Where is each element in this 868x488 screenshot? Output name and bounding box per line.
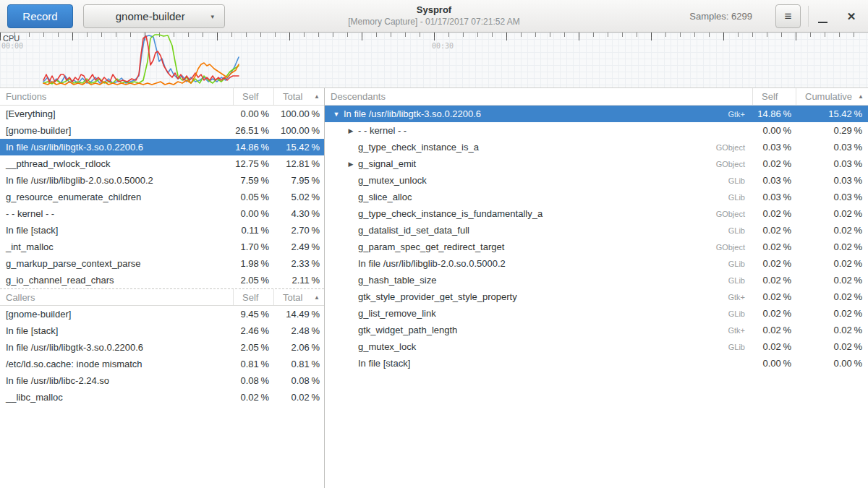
table-row[interactable]: __libc_malloc0.02 %0.02 % (0, 389, 324, 406)
menu-button[interactable]: ≡ (775, 4, 801, 28)
callers-table-body: [gnome-builder]9.45 %14.49 %In file [sta… (0, 306, 324, 406)
column-header-total-label: Total (283, 292, 302, 303)
table-row[interactable]: In file [stack]0.00 %0.00 % (325, 355, 868, 372)
descendant-name-cell: gtk_widget_path_lengthGtk+ (325, 325, 752, 335)
function-name: g_param_spec_get_redirect_target (358, 241, 504, 252)
total-value: 0.02 % (273, 392, 324, 403)
function-name: g_mutex_lock (358, 341, 416, 352)
function-name: In file /usr/lib/libglib-2.0.so.0.5000.2 (358, 258, 506, 269)
cumulative-value: 0.02 % (796, 258, 868, 269)
table-row[interactable]: g_list_remove_linkGLib0.02 %0.02 % (325, 305, 868, 322)
left-panel: Functions Self Total ▲ [Everything]0.00 … (0, 88, 325, 488)
headerbar-separator (808, 6, 809, 27)
function-name: _int_malloc (0, 241, 233, 252)
self-value: 0.02 % (752, 258, 796, 269)
table-row[interactable]: In file [stack]0.11 %2.70 % (0, 222, 324, 239)
table-row[interactable]: g_markup_parse_context_parse1.98 %2.33 % (0, 255, 324, 272)
self-value: 0.08 % (233, 375, 273, 386)
table-row[interactable]: In file /usr/lib/libglib-2.0.so.0.5000.2… (0, 172, 324, 189)
main-content: Functions Self Total ▲ [Everything]0.00 … (0, 88, 868, 488)
table-row[interactable]: - - kernel - -0.00 %4.30 % (0, 205, 324, 222)
table-row[interactable]: g_type_check_instance_is_aGObject0.03 %0… (325, 139, 868, 155)
table-row[interactable]: g_io_channel_read_chars2.05 %2.11 % (0, 272, 324, 288)
table-row[interactable]: In file /usr/lib/libglib-2.0.so.0.5000.2… (325, 255, 868, 272)
column-header-cumulative[interactable]: Cumulative ▲ (796, 88, 868, 105)
function-name: __libc_malloc (0, 392, 233, 403)
table-row[interactable]: _int_malloc1.70 %2.49 % (0, 239, 324, 255)
self-value: 0.02 % (752, 225, 796, 236)
cumulative-value: 0.02 % (796, 275, 868, 286)
table-row[interactable]: In file /usr/lib/libc-2.24.so0.08 %0.08 … (0, 372, 324, 389)
table-row[interactable]: g_slice_allocGLib0.03 %0.03 % (325, 189, 868, 205)
self-value: 0.81 % (233, 359, 273, 369)
self-value: 26.51 % (233, 125, 273, 136)
table-row[interactable]: g_type_check_instance_is_fundamentally_a… (325, 205, 868, 222)
cumulative-value: 0.02 % (796, 291, 868, 302)
minimize-button[interactable] (810, 0, 835, 33)
self-value: 0.02 % (752, 241, 796, 252)
self-value: 9.45 % (233, 309, 273, 320)
table-row[interactable]: ▶g_signal_emitGObject0.02 %0.03 % (325, 155, 868, 172)
total-value: 2.33 % (273, 258, 324, 269)
table-row[interactable]: /etc/ld.so.cache: inode mismatch0.81 %0.… (0, 356, 324, 372)
category-badge: GObject (716, 210, 752, 218)
cumulative-value: 0.03 % (796, 158, 868, 169)
column-header-total[interactable]: Total ▲ (273, 289, 324, 305)
function-name: - - kernel - - (0, 208, 233, 219)
table-row[interactable]: g_mutex_unlockGLib0.03 %0.03 % (325, 172, 868, 189)
descendants-table-header: Descendants Self Cumulative ▲ (325, 88, 868, 106)
column-header-self[interactable]: Self (233, 289, 273, 305)
triangle-down-icon[interactable]: ▼ (332, 111, 341, 118)
total-value: 12.81 % (273, 158, 324, 169)
column-header-functions[interactable]: Functions (0, 91, 233, 102)
column-header-callers[interactable]: Callers (0, 292, 233, 303)
total-value: 5.02 % (273, 192, 324, 202)
self-value: 7.59 % (233, 175, 273, 186)
table-row[interactable]: In file /usr/lib/libgtk-3.so.0.2200.62.0… (0, 339, 324, 356)
descendant-name-cell: In file [stack] (325, 358, 752, 369)
function-name: g_signal_emit (358, 158, 416, 169)
process-selector[interactable]: gnome-builder ▾ (83, 4, 225, 28)
cumulative-value: 0.02 % (796, 241, 868, 252)
table-row[interactable]: ▼In file /usr/lib/libgtk-3.so.0.2200.6Gt… (325, 106, 868, 122)
column-header-descendants[interactable]: Descendants (325, 91, 752, 102)
function-name: g_resource_enumerate_children (0, 192, 233, 202)
table-row[interactable]: g_mutex_lockGLib0.02 %0.02 % (325, 338, 868, 355)
table-row[interactable]: [Everything]0.00 %100.00 % (0, 106, 324, 122)
table-row[interactable]: In file [stack]2.46 %2.48 % (0, 322, 324, 339)
record-button[interactable]: Record (7, 4, 73, 28)
column-header-total[interactable]: Total ▲ (273, 88, 324, 105)
table-row[interactable]: g_hash_table_sizeGLib0.02 %0.02 % (325, 272, 868, 288)
total-value: 7.95 % (273, 175, 324, 186)
triangle-right-icon[interactable]: ▶ (346, 127, 355, 134)
table-row[interactable]: g_datalist_id_set_data_fullGLib0.02 %0.0… (325, 222, 868, 239)
table-row[interactable]: gtk_style_provider_get_style_propertyGtk… (325, 288, 868, 305)
functions-table-body: [Everything]0.00 %100.00 %[gnome-builder… (0, 106, 324, 288)
function-name: [gnome-builder] (0, 125, 233, 136)
table-row[interactable]: [gnome-builder]9.45 %14.49 % (0, 306, 324, 322)
cpu-line-cpu2 (43, 36, 239, 82)
table-row[interactable]: In file /usr/lib/libgtk-3.so.0.2200.614.… (0, 139, 324, 155)
descendant-name-cell: g_param_spec_get_redirect_targetGObject (325, 241, 752, 252)
table-row[interactable]: __pthread_rwlock_rdlock12.75 %12.81 % (0, 155, 324, 172)
self-value: 2.05 % (233, 342, 273, 353)
callers-table-header: Callers Self Total ▲ (0, 288, 324, 306)
table-row[interactable]: g_param_spec_get_redirect_targetGObject0… (325, 239, 868, 255)
category-badge: GLib (728, 193, 752, 202)
triangle-right-icon[interactable]: ▶ (346, 160, 355, 168)
process-selector-value: gnome-builder (94, 10, 206, 22)
self-value: 0.02 % (233, 392, 273, 403)
column-header-self[interactable]: Self (233, 88, 273, 105)
function-name: g_mutex_unlock (358, 175, 427, 186)
table-row[interactable]: [gnome-builder]26.51 %100.00 % (0, 122, 324, 139)
total-value: 14.49 % (273, 309, 324, 320)
table-row[interactable]: ▶- - kernel - -0.00 %0.29 % (325, 122, 868, 139)
column-header-self[interactable]: Self (752, 88, 796, 105)
table-row[interactable]: gtk_widget_path_lengthGtk+0.02 %0.02 % (325, 322, 868, 338)
close-button[interactable]: ✕ (839, 0, 864, 33)
table-row[interactable]: g_resource_enumerate_children0.05 %5.02 … (0, 189, 324, 205)
category-badge: GObject (716, 243, 752, 252)
right-panel: Descendants Self Cumulative ▲ ▼In file /… (325, 88, 868, 488)
cpu-timeline-graph[interactable]: CPU 00:0000:30 (0, 33, 868, 88)
descendant-name-cell: ▶g_signal_emitGObject (325, 158, 752, 169)
